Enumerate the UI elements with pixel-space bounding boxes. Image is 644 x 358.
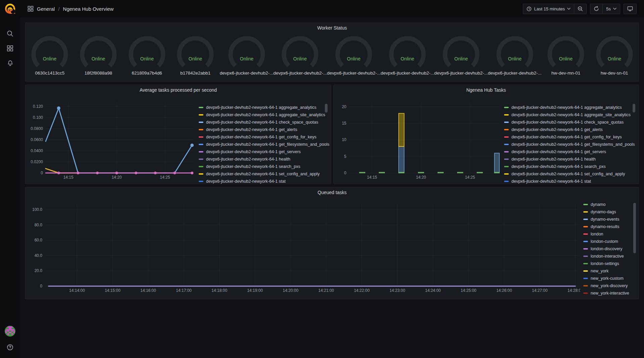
search-icon[interactable] xyxy=(0,26,20,41)
legend-item[interactable]: devpx6-jtucker-devhub2-newyork-64-1 set_… xyxy=(504,170,637,178)
legend-label: devpx6-jtucker-devhub2-newyork-64-1 sear… xyxy=(206,164,300,169)
svg-text:0.0400: 0.0400 xyxy=(31,148,43,153)
worker-name: devpx6-jtucker-devhub2-... xyxy=(273,71,327,76)
worker-status-value: Online xyxy=(401,56,414,61)
legend-swatch xyxy=(199,107,203,108)
worker-gauge: Online621809a7b4d6 xyxy=(122,35,171,76)
svg-text:14:15:00: 14:15:00 xyxy=(105,288,120,293)
refresh-interval-picker[interactable]: 5s xyxy=(602,4,620,14)
legend-swatch xyxy=(199,136,203,138)
legend-item[interactable]: devpx6-jtucker-devhub2-newyork-64-1 aggr… xyxy=(199,104,330,111)
legend-item[interactable]: devpx6-jtucker-devhub2-newyork-64-1 aggr… xyxy=(504,185,637,186)
legend-item[interactable]: devpx6-jtucker-devhub2-newyork-64-1 get_… xyxy=(504,133,637,141)
avatar[interactable] xyxy=(5,326,15,337)
legend-label: devpx6-jtucker-devhub2-newyork-64-1 chec… xyxy=(511,120,624,125)
svg-text:14:27:00: 14:27:00 xyxy=(532,288,548,293)
legend-item[interactable]: devpx6-jtucker-devhub2-newyork-64-1 stat xyxy=(199,178,330,185)
legend-item[interactable]: london xyxy=(583,230,637,238)
legend-item[interactable]: london-custom xyxy=(583,238,637,245)
legend-item[interactable]: new_york-custom xyxy=(583,275,637,282)
tv-mode-button[interactable] xyxy=(624,4,636,14)
svg-text:0.120: 0.120 xyxy=(33,104,43,109)
legend-item[interactable]: london-interactive xyxy=(583,253,637,260)
worker-name: devpx6-jtucker-devhub2-... xyxy=(220,71,274,76)
panel-title[interactable]: Worker Status xyxy=(26,23,639,33)
legend-item[interactable]: london-discovery xyxy=(583,245,637,253)
worker-gauge: Onlinedevpx6-jtucker-devhub2-... xyxy=(220,35,274,76)
legend-item[interactable]: devpx6-jtucker-devhub2-newyork-64-1 get_… xyxy=(199,141,330,148)
legend-swatch xyxy=(504,144,509,145)
legend-item[interactable]: new_york xyxy=(583,267,637,275)
bell-icon[interactable] xyxy=(0,56,20,71)
svg-text:0.0800: 0.0800 xyxy=(31,126,43,131)
queued-tasks-chart[interactable]: 14:14:0014:15:0014:16:0014:17:0014:18:00… xyxy=(28,199,580,298)
svg-text:20: 20 xyxy=(342,104,347,109)
legend-item[interactable]: new_york-discovery xyxy=(583,282,637,289)
legend-swatch xyxy=(504,173,509,175)
legend-item[interactable]: devpx6-jtucker-devhub2-newyork-64-1 chec… xyxy=(504,119,637,126)
legend-scrollbar[interactable] xyxy=(633,203,636,253)
legend-item[interactable]: devpx6-jtucker-devhub2-newyork-64-1 aggr… xyxy=(504,104,637,111)
panel-title[interactable]: Queued tasks xyxy=(26,187,639,197)
hub-tasks-chart[interactable]: 14:1514:2014:2505101520 xyxy=(336,96,501,183)
legend-swatch xyxy=(583,219,588,220)
breadcrumb-separator: / xyxy=(58,6,59,12)
worker-status-value: Online xyxy=(347,56,361,61)
legend-scrollbar[interactable] xyxy=(633,104,635,113)
breadcrumb-section[interactable]: General xyxy=(37,6,55,12)
legend-item[interactable]: devpx6-jtucker-devhub2-newyork-64-1 get_… xyxy=(199,126,330,133)
refresh-icon xyxy=(594,6,599,11)
legend-item[interactable]: devpx6-jtucker-devhub2-newyork-64-1 heal… xyxy=(199,155,330,163)
legend-item[interactable]: devpx6-jtucker-devhub2-newyork-64-1 get_… xyxy=(504,126,637,133)
legend-item[interactable]: devpx6-jtucker-devhub2-newyork-64-1 stat xyxy=(504,178,637,185)
worker-gauge: Onlinehw-dev-mn-01 xyxy=(542,35,590,76)
time-range-picker[interactable]: Last 15 minutes xyxy=(523,4,574,14)
worker-gauges: Online0630c1413cc5Online18f2f8088a98Onli… xyxy=(26,35,639,76)
panel-title[interactable]: Average tasks processed per second xyxy=(26,85,331,95)
legend-label: london-settings xyxy=(591,261,619,266)
legend-item[interactable]: devpx6-jtucker-devhub2-newyork-64-1 get_… xyxy=(504,148,637,155)
legend-label: devpx6-jtucker-devhub2-newyork-64-1 aggr… xyxy=(206,105,316,110)
help-icon[interactable] xyxy=(0,340,20,355)
legend-item[interactable]: devpx6-jtucker-devhub2-newyork-64-1 get_… xyxy=(199,148,330,155)
legend-item[interactable]: devpx6-jtucker-devhub2-newyork-64-1 get_… xyxy=(199,133,330,141)
legend-item[interactable]: devpx6-jtucker-devhub2-newyork-64-1 aggr… xyxy=(504,111,637,119)
legend-item[interactable]: dynamo-events xyxy=(583,216,637,223)
apps-icon[interactable] xyxy=(0,41,20,56)
legend-item[interactable]: devpx6-jtucker-devhub2-newyork-64-1 sear… xyxy=(199,163,330,170)
legend-item[interactable]: dynamo-results xyxy=(583,223,637,230)
svg-text:14:24:00: 14:24:00 xyxy=(425,288,441,293)
legend-item[interactable]: devpx6-jtucker-devhub2-newyork-64-1 aggr… xyxy=(199,185,330,186)
legend-label: devpx6-jtucker-devhub2-newyork-64-1 aggr… xyxy=(206,113,325,117)
zoom-out-button[interactable] xyxy=(574,4,586,14)
legend-item[interactable]: devpx6-jtucker-devhub2-newyork-64-1 heal… xyxy=(504,155,637,163)
legend-item[interactable]: devpx6-jtucker-devhub2-newyork-64-1 sear… xyxy=(504,163,637,170)
legend-item[interactable]: devpx6-jtucker-devhub2-newyork-64-1 set_… xyxy=(199,170,330,178)
legend-item[interactable]: devpx6-jtucker-devhub2-newyork-64-1 get_… xyxy=(504,141,637,148)
legend-item[interactable]: dynamo-dags xyxy=(583,208,637,216)
legend-item[interactable]: devpx6-jtucker-devhub2-newyork-64-1 chec… xyxy=(199,119,330,126)
breadcrumb: General / Ngenea Hub Overview xyxy=(28,6,113,12)
worker-name: hw-dev-mn-01 xyxy=(551,71,580,76)
worker-status-value: Online xyxy=(240,56,253,61)
legend-label: devpx6-jtucker-devhub2-newyork-64-1 get_… xyxy=(511,149,606,154)
grid-icon[interactable] xyxy=(28,6,34,12)
legend-label: devpx6-jtucker-devhub2-newyork-64-1 sear… xyxy=(511,164,606,169)
legend-swatch xyxy=(583,241,588,242)
legend-swatch xyxy=(199,181,203,182)
breadcrumb-page-title[interactable]: Ngenea Hub Overview xyxy=(63,6,114,12)
average-tasks-chart[interactable]: 14:1514:2014:2500.02000.04000.06000.0800… xyxy=(28,96,196,183)
legend-swatch xyxy=(504,159,509,160)
legend-scrollbar[interactable] xyxy=(325,104,328,113)
legend-swatch xyxy=(199,114,203,116)
legend-swatch xyxy=(199,129,203,130)
grafana-logo[interactable] xyxy=(0,0,20,17)
legend-label: devpx6-jtucker-devhub2-newyork-64-1 get_… xyxy=(511,142,635,147)
panel-title[interactable]: Ngenea Hub Tasks xyxy=(334,85,639,95)
legend-item[interactable]: devpx6-jtucker-devhub2-newyork-64-1 aggr… xyxy=(199,111,330,119)
worker-status-value: Online xyxy=(140,56,154,61)
legend-item[interactable]: dynamo xyxy=(583,201,637,208)
legend-item[interactable]: new_york-interactive xyxy=(583,289,637,297)
refresh-button[interactable] xyxy=(590,4,602,14)
legend-item[interactable]: london-settings xyxy=(583,260,637,267)
